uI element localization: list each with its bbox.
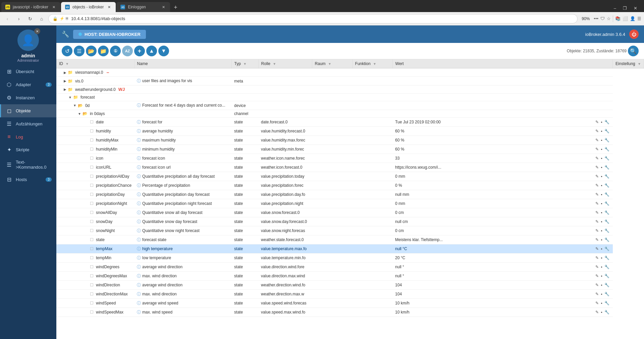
edit-button[interactable]: ✎	[595, 155, 599, 161]
tab-objects[interactable]: iO objects - ioBroker ✕	[61, 2, 116, 12]
profile-icon[interactable]: 👤	[630, 16, 635, 21]
table-row[interactable]: ☐windDegreesⓘaverage wind directionstate…	[56, 263, 644, 272]
tree-toggle-icon[interactable]: ▼	[78, 112, 81, 116]
settings-button[interactable]: 🔧	[604, 219, 610, 225]
table-row[interactable]: ☐windDirectionMaxⓘmax. wind directionsta…	[56, 290, 644, 299]
settings-button[interactable]: 🔧	[604, 137, 610, 143]
table-row[interactable]: ☐stateⓘforecast statestateweather.state.…	[56, 235, 644, 244]
folder-collapse-button[interactable]: 📁	[98, 46, 109, 56]
sidebar-item-hosts[interactable]: ⊟ Hosts 3	[0, 173, 56, 186]
sidebar-item-text-kommandos[interactable]: ☰ Text->Kommandos.0	[0, 156, 56, 173]
settings-button[interactable]: 🔧	[604, 309, 610, 315]
table-row[interactable]: ☐iconURLⓘforecast icon urlstateweather.i…	[56, 163, 644, 172]
settings-button[interactable]: 🔧	[604, 201, 610, 207]
delete-button[interactable]: ▪	[600, 182, 603, 188]
tab-close-einloggen[interactable]: ✕	[161, 4, 166, 10]
table-row[interactable]: ▶📁weatherunderground.0WJ	[56, 86, 644, 94]
table-row[interactable]: ☐precipitationNightⓘQuantitative precipi…	[56, 199, 644, 208]
sidebar-item-skripte[interactable]: ✦ Skripte	[0, 143, 56, 156]
edit-button[interactable]: ✎	[595, 219, 599, 225]
list-view-button[interactable]: ☰	[74, 46, 85, 56]
download-button[interactable]: ▼	[158, 46, 169, 56]
delete-button[interactable]: ▪	[600, 173, 603, 179]
forward-button[interactable]: ›	[14, 14, 23, 23]
minimize-button[interactable]: –	[611, 4, 619, 12]
tab-close-js[interactable]: ✕	[51, 4, 56, 10]
edit-button[interactable]: ✎	[595, 309, 599, 315]
sidebar-close-button[interactable]: ✕	[34, 28, 40, 34]
settings-button[interactable]: 🔧	[604, 300, 610, 306]
sidebar-item-log[interactable]: ≡ Log	[0, 130, 56, 143]
menu-icon[interactable]: ☰	[637, 16, 641, 21]
delete-button[interactable]: ▪	[600, 237, 603, 243]
table-row[interactable]: ☐snowNightⓘQuantitative snow night forec…	[56, 226, 644, 235]
delete-button[interactable]: ▪	[600, 264, 603, 270]
table-row[interactable]: ☐dateⓘforecast forstatedate.forecast.0Tu…	[56, 118, 644, 127]
settings-button[interactable]: 🔧	[604, 282, 610, 288]
delete-button[interactable]: ▪	[600, 273, 603, 279]
tree-toggle-icon[interactable]: ▶	[64, 88, 66, 91]
table-row[interactable]: ☐precipitationAllDayⓘQuantitative precip…	[56, 172, 644, 181]
new-tab-button[interactable]: +	[171, 3, 180, 12]
delete-button[interactable]: ▪	[600, 191, 603, 197]
table-row[interactable]: ☐iconⓘforecast iconstateweather.icon.nam…	[56, 154, 644, 163]
settings-button[interactable]: 🔧	[604, 210, 610, 216]
settings-button[interactable]: 🔧	[604, 255, 610, 261]
edit-button[interactable]: ✎	[595, 300, 599, 306]
more-button[interactable]: •••	[594, 16, 598, 21]
settings-button[interactable]: 🔧	[604, 228, 610, 234]
table-row[interactable]: ▼📂0dⓘForecast for next 4 days days and c…	[56, 101, 644, 110]
table-row[interactable]: ☐tempMaxⓘhigh temperaturestatevalue.temp…	[56, 244, 644, 253]
settings-button[interactable]: 🔧	[604, 264, 610, 270]
table-row[interactable]: ☐precipitationDayⓘQuantitative precipita…	[56, 190, 644, 199]
tab-close-objects[interactable]: ✕	[106, 4, 112, 10]
table-row[interactable]: ☐windDirectionⓘaverage wind directionsta…	[56, 281, 644, 290]
edit-button[interactable]: ✎	[595, 210, 599, 216]
edit-button[interactable]: ✎	[595, 201, 599, 207]
edit-button[interactable]: ✎	[595, 128, 599, 134]
edit-button[interactable]: ✎	[595, 255, 599, 261]
edit-button[interactable]: ✎	[595, 173, 599, 179]
delete-button[interactable]: ▪	[600, 300, 603, 306]
home-button[interactable]: ⌂	[37, 14, 46, 23]
delete-button[interactable]: ▪	[600, 291, 603, 297]
power-button[interactable]: ⏻	[629, 30, 639, 39]
delete-button[interactable]: ▪	[600, 255, 603, 261]
delete-button[interactable]: ▪	[600, 246, 603, 252]
refresh-button[interactable]: ↺	[62, 46, 72, 56]
table-row[interactable]: ☐windDegreesMaxⓘmax. wind directionstate…	[56, 272, 644, 281]
reader-view-icon[interactable]: ⬜	[623, 16, 628, 21]
edit-button[interactable]: ✎	[595, 282, 599, 288]
upload-button[interactable]: ▲	[146, 46, 157, 56]
sidebar-item-uebersicht[interactable]: ⊞ Übersicht	[0, 65, 56, 78]
table-row[interactable]: ☐humidityⓘaverage humiditystatevalue.hum…	[56, 127, 644, 136]
edit-button[interactable]: ✎	[595, 246, 599, 252]
tree-toggle-icon[interactable]: ▶	[64, 71, 66, 74]
delete-button[interactable]: ▪	[600, 128, 603, 134]
table-container[interactable]: ID ▼ Name Typ ▼ Rolle	[56, 59, 644, 339]
settings-button[interactable]: 🔧	[604, 119, 610, 125]
delete-button[interactable]: ▪	[600, 137, 603, 143]
delete-button[interactable]: ▪	[600, 164, 603, 170]
edit-button[interactable]: ✎	[595, 182, 599, 188]
reload-button[interactable]: ↻	[25, 14, 35, 23]
back-button[interactable]: ‹	[3, 14, 12, 23]
delete-button[interactable]: ▪	[600, 228, 603, 234]
settings-button[interactable]: 🔧	[604, 182, 610, 188]
table-row[interactable]: ☐tempMinⓘlow temperaturestatevalue.tempe…	[56, 253, 644, 263]
settings-button[interactable]: 🔧	[604, 173, 610, 179]
table-row[interactable]: ☐snowAllDayⓘQuantitative snow all day fo…	[56, 208, 644, 217]
table-row[interactable]: ▼📂in 0dayschannel	[56, 110, 644, 118]
edit-button[interactable]: ✎	[595, 146, 599, 152]
folder-expand-button[interactable]: 📂	[86, 46, 97, 56]
settings-button[interactable]: 🔧	[604, 164, 610, 170]
delete-button[interactable]: ▪	[600, 210, 603, 216]
sidebar-item-aufzaehlungen[interactable]: ☰ Aufzählungen	[0, 117, 56, 130]
settings-button[interactable]: 🔧	[604, 191, 610, 197]
table-row[interactable]: ▶📁viessmannapi.0–	[56, 68, 644, 77]
filter-button[interactable]: ①	[110, 46, 121, 56]
sidebar-item-objekte[interactable]: ◻ Objekte	[0, 104, 56, 117]
edit-button[interactable]: ✎	[595, 228, 599, 234]
sort-az-button[interactable]: AZ	[122, 46, 133, 56]
tree-toggle-icon[interactable]: ▶	[64, 79, 66, 83]
